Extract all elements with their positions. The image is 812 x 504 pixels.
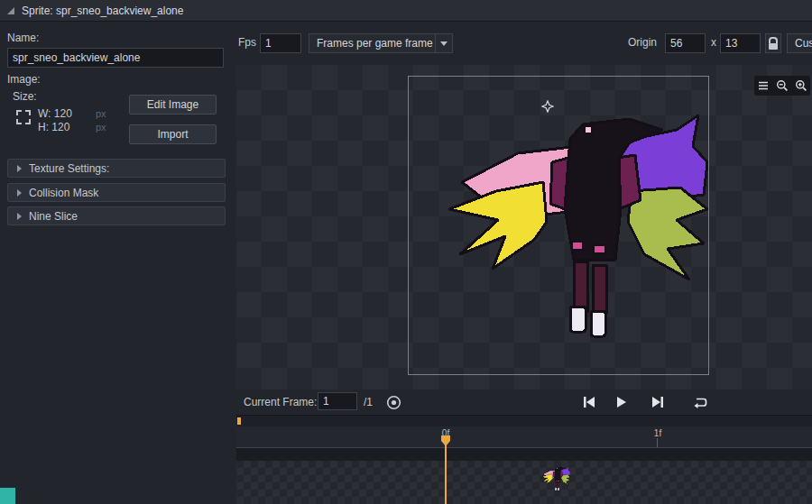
sprite-properties-panel: Name: Image: Size: W: 120 px H: 120 px E… (0, 22, 233, 504)
fps-input[interactable] (260, 33, 301, 53)
name-label: Name: (7, 32, 39, 44)
current-frame-label: Current Frame: (244, 396, 317, 408)
current-frame-input[interactable] (318, 392, 357, 410)
canvas-menu-button[interactable] (755, 77, 772, 95)
lock-icon (769, 37, 778, 50)
width-unit: px (96, 108, 106, 119)
chevron-down-icon (440, 41, 448, 46)
expand-arrow-icon (17, 165, 22, 172)
origin-label: Origin (628, 36, 657, 49)
window-titlebar[interactable]: Sprite: spr_sneo_backview_alone (0, 0, 812, 22)
loop-icon (693, 396, 708, 409)
timeline-frames-strip (236, 461, 812, 504)
origin-lock-button[interactable] (765, 33, 781, 53)
sprite-preview (408, 76, 709, 375)
skip-forward-icon (651, 396, 665, 408)
section-texture-settings[interactable]: Texture Settings: (7, 159, 226, 178)
section-label: Texture Settings: (29, 162, 109, 175)
tick-label-1f: 1f (649, 428, 667, 438)
height-unit: px (96, 122, 106, 133)
menu-icon (758, 80, 769, 91)
section-nine-slice[interactable]: Nine Slice (7, 206, 226, 225)
origin-crosshair[interactable] (541, 100, 554, 116)
section-label: Nine Slice (29, 210, 78, 223)
edit-image-button[interactable]: Edit Image (129, 95, 217, 115)
skip-to-start-button[interactable] (577, 391, 601, 413)
sprite-name-input[interactable] (7, 48, 224, 68)
timeline-track[interactable] (236, 448, 812, 504)
sprite-canvas[interactable] (236, 65, 812, 389)
axis-separator: x (711, 36, 716, 49)
playback-bar: Current Frame: /1 (236, 389, 812, 415)
tick-mark (657, 438, 658, 447)
playhead-line[interactable] (445, 436, 447, 504)
frame-toolbar: Fps Frames per game frame Origin x Custo… (233, 22, 812, 65)
collapse-icon[interactable] (7, 7, 14, 14)
height-value: H: 120 (38, 121, 69, 133)
timeline-scrollbar[interactable] (236, 415, 812, 426)
skip-to-end-button[interactable] (646, 391, 669, 413)
size-label: Size: (13, 90, 37, 103)
window-title: Sprite: spr_sneo_backview_alone (22, 5, 183, 17)
workspace-corner-accent (0, 488, 15, 504)
expand-arrow-icon (17, 213, 22, 220)
loop-toggle-button[interactable] (688, 391, 712, 413)
play-button[interactable] (609, 391, 632, 413)
import-button[interactable]: Import (129, 124, 217, 144)
image-label: Image: (7, 73, 41, 86)
expand-arrow-icon (17, 189, 22, 197)
dropdown-arrow-button[interactable] (435, 34, 452, 52)
onion-skin-button[interactable] (383, 391, 404, 413)
frame-total: /1 (364, 396, 373, 408)
play-icon (614, 396, 627, 408)
frame-mode-value: Frames per game frame (309, 34, 435, 52)
onion-skin-icon (386, 395, 401, 410)
frame-thumbnail[interactable] (537, 463, 571, 495)
zoom-in-button[interactable] (792, 77, 809, 95)
scroll-marker[interactable] (237, 417, 241, 425)
origin-y-input[interactable] (720, 33, 761, 53)
section-collision-mask[interactable]: Collision Mask (7, 183, 226, 202)
width-value: W: 120 (38, 107, 72, 120)
frame-mode-dropdown[interactable]: Frames per game frame (309, 33, 453, 53)
origin-mode-dropdown[interactable]: Custom (787, 33, 812, 53)
origin-x-input[interactable] (665, 33, 706, 53)
origin-mode-value: Custom (788, 34, 812, 52)
skip-back-icon (582, 396, 596, 408)
canvas-zoom-toolbar (754, 76, 810, 96)
sprite-editor-window: Sprite: spr_sneo_backview_alone Name: Im… (0, 0, 812, 504)
fps-label: Fps (238, 36, 256, 49)
zoom-out-button[interactable] (773, 77, 790, 95)
zoom-in-icon (795, 79, 807, 92)
section-label: Collision Mask (29, 187, 98, 199)
timeline-ruler[interactable]: 0f 1f (236, 426, 812, 448)
zoom-out-icon (776, 79, 789, 92)
resize-icon (16, 110, 31, 128)
